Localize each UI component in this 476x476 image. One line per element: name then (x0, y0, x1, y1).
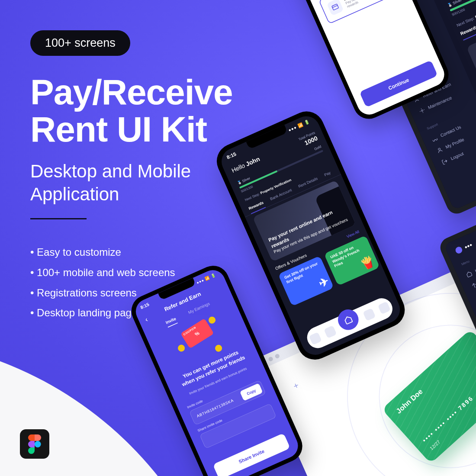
product-subtitle: Desktop and Mobile Application (30, 160, 191, 206)
tab-invite[interactable]: Invite (165, 316, 178, 328)
status-time: 8:15 (226, 151, 237, 160)
nav-slot-icon[interactable] (363, 308, 376, 321)
svg-point-0 (35, 441, 41, 447)
nav-slot-icon[interactable] (324, 325, 337, 338)
nav-slot-icon[interactable] (309, 332, 322, 345)
product-title: Pay/Receive Rent UI Kit (30, 74, 233, 148)
window-dot-icon (274, 353, 280, 359)
tab-pay[interactable]: Pay (324, 170, 333, 180)
app-logo: ●●● (454, 225, 476, 254)
status-icons: ●●● 📶 🔋 (288, 119, 311, 133)
airplane-icon: ✈︎ (316, 273, 331, 290)
status-time: 8:15 (140, 302, 150, 310)
svg-point-7 (438, 148, 441, 151)
rent-payer-icon (327, 0, 344, 16)
food-icon: 🍟 (358, 253, 377, 272)
copy-button[interactable]: Copy (240, 383, 263, 401)
home-button[interactable] (334, 306, 362, 334)
greeting: Hello John (231, 156, 261, 174)
view-all-link[interactable]: View All (346, 229, 360, 239)
divider (30, 218, 87, 219)
nav-slot-icon[interactable] (378, 301, 391, 314)
svg-point-6 (421, 109, 423, 112)
profile-option-rent-payer[interactable]: Rent PayerPay rent on time and earn rewa… (318, 0, 401, 24)
sparkle-icon: + (292, 380, 301, 392)
screens-count-badge: 100+ screens (30, 30, 130, 56)
window-dot-icon (268, 356, 273, 362)
figma-logo-icon (20, 429, 49, 459)
tab-rewards[interactable]: Rewards (460, 24, 476, 41)
tier-progress: 🥈 SilverGold 500/1200 (447, 0, 476, 17)
feature-bullet: Easy to customize (30, 242, 175, 263)
feature-bullet: 100+ mobile and web screens (30, 263, 175, 283)
svg-rect-8 (332, 4, 339, 10)
status-icons: ●●● 📶 🔋 (196, 273, 217, 285)
